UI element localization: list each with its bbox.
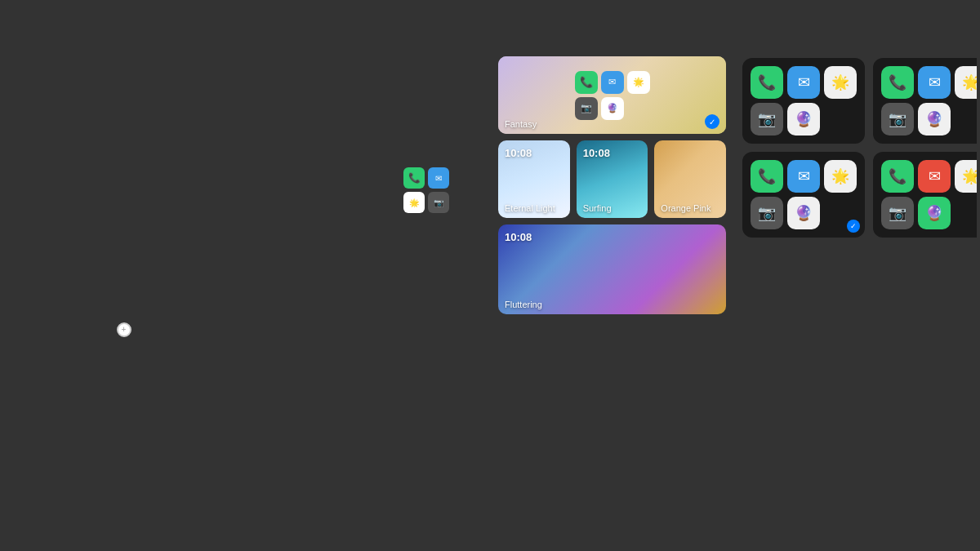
icon-gem-3: 🔮: [787, 197, 820, 229]
icon-cam-3: 📷: [751, 197, 783, 229]
fluttering-name: Fluttering: [505, 300, 542, 309]
fluttering-time: 10:08: [505, 231, 532, 243]
icon-cam-1: 📷: [751, 103, 783, 136]
icon-set-4[interactable]: 📞 ✉ 🌟 📷 🔮: [873, 152, 977, 238]
bottom-grid: Fonds d'écran 📞 ✉ 🌟 📷: [254, 153, 482, 244]
icon-mail-2: ✉: [918, 66, 951, 99]
eternal-theme-card[interactable]: 10:08 Eternal Light: [498, 140, 570, 218]
eternal-time: 10:08: [505, 147, 532, 159]
surfing-time: 10:08: [583, 147, 610, 159]
icon-phone-4: 📞: [881, 160, 914, 193]
icones-card[interactable]: 📞 ✉ 🌟 📷 Icônes: [372, 153, 483, 244]
surfing-name: Surfing: [583, 203, 612, 213]
eternal-name: Eternal Light: [505, 203, 555, 213]
icon-gem-2: 🔮: [918, 103, 951, 136]
icon-gem-1: 🔮: [787, 103, 820, 136]
home-screen-content: 📞 ✉ 🌟 📷 Thèmes Déverrouilla: [247, 50, 488, 548]
icon-mail-1: ✉: [787, 66, 820, 99]
icon-mail-3: ✉: [787, 160, 820, 193]
color-wheel-center: +: [117, 322, 131, 337]
fantasy-checkmark: ✓: [705, 114, 719, 129]
orangepink-name: Orange Pink: [661, 203, 710, 213]
icon-cam-4: 📷: [881, 197, 914, 229]
icon-star-3: 🌟: [824, 160, 857, 193]
icon-mail-4: ✉: [918, 160, 951, 193]
icon-star-2: 🌟: [955, 66, 977, 99]
icon-phone-1: 📞: [751, 66, 783, 99]
orangepink-theme-card[interactable]: Orange Pink: [654, 140, 726, 218]
fantasy-theme-card[interactable]: 📞 ✉ 🌟 📷 🔮 Fantasy ✓: [498, 56, 726, 134]
fantasy-name: Fantasy: [505, 119, 537, 129]
icon-set-1[interactable]: 📞 ✉ 🌟 📷 🔮: [742, 58, 865, 144]
icones-preview-img: 📞 ✉ 🌟 📷: [372, 153, 483, 227]
icon-cam-2: 📷: [881, 103, 914, 136]
surfing-theme-card[interactable]: 10:08 Surfing: [577, 140, 648, 218]
icon-gem-4: 🔮: [918, 197, 951, 229]
icon-phone-3: 📞: [751, 160, 783, 193]
icon-set-3-checkmark: ✓: [847, 220, 860, 233]
icon-star-1: 🌟: [824, 66, 857, 99]
icon-star-4: 🌟: [955, 160, 977, 193]
screen-home: F SFR ▋▋ 🛜 NN 80% 🔋 10:04 ← Écran d'accu…: [247, 3, 488, 548]
icon-set-3[interactable]: 📞 ✉ 🌟 📷 🔮 ✓: [742, 152, 865, 238]
fluttering-theme-card[interactable]: 10:08 Fluttering: [498, 224, 726, 314]
icon-set-2[interactable]: 📞 ✉ 🌟 📷 🔮: [873, 58, 977, 144]
themes-row: 10:08 Eternal Light 10:08 Surfing Orange…: [498, 140, 726, 218]
icon-phone-2: 📞: [881, 66, 914, 99]
